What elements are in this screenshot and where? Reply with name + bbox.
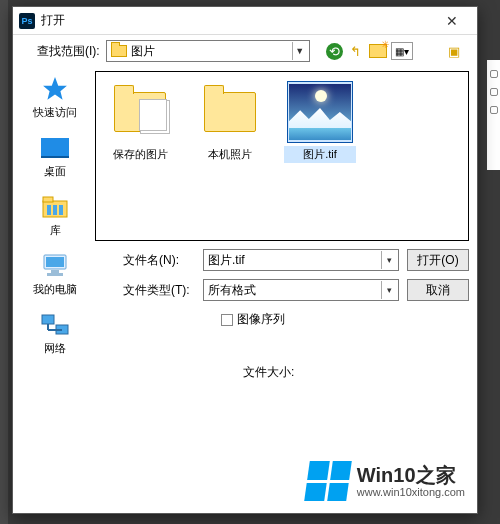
sequence-checkbox[interactable] <box>221 314 233 326</box>
filetype-label: 文件类型(T): <box>123 282 195 299</box>
thumbnail-icon[interactable]: ▣ <box>445 42 463 60</box>
watermark: Win10之家 www.win10xitong.com <box>307 461 465 501</box>
windows-logo-icon <box>304 461 352 501</box>
cancel-button[interactable]: 取消 <box>407 279 469 301</box>
file-item-label: 本机照片 <box>194 146 266 163</box>
filename-value: 图片.tif <box>208 252 377 269</box>
look-in-label: 查找范围(I): <box>37 43 100 60</box>
file-item-saved[interactable]: 保存的图片 <box>104 82 176 163</box>
sidebar-item-label: 桌面 <box>44 164 66 179</box>
sidebar-item-label: 网络 <box>44 341 66 356</box>
file-item-native[interactable]: 本机照片 <box>194 82 266 163</box>
chevron-down-icon[interactable]: ▼ <box>292 42 307 60</box>
sidebar-item-pc[interactable]: 我的电脑 <box>33 252 77 297</box>
watermark-url: www.win10xitong.com <box>357 486 465 498</box>
sidebar-item-quick[interactable]: 快速访问 <box>33 75 77 120</box>
filename-combo[interactable]: 图片.tif ▾ <box>203 249 399 271</box>
image-thumbnail <box>289 84 351 140</box>
chevron-down-icon[interactable]: ▾ <box>381 281 396 299</box>
sidebar-item-desktop[interactable]: 桌面 <box>39 134 71 179</box>
open-dialog: Ps 打开 ✕ 查找范围(I): 图片 ▼ ⟲ ↰ ▦▾ ▣ 快速访问 <box>12 6 478 514</box>
sidebar-item-label: 我的电脑 <box>33 282 77 297</box>
places-sidebar: 快速访问 桌面 库 我的电脑 网络 <box>19 67 91 513</box>
folder-icon <box>204 92 256 132</box>
sidebar-item-label: 快速访问 <box>33 105 77 120</box>
toolbar: 查找范围(I): 图片 ▼ ⟲ ↰ ▦▾ ▣ <box>13 35 477 67</box>
svg-rect-7 <box>59 205 63 215</box>
filetype-combo[interactable]: 所有格式 ▾ <box>203 279 399 301</box>
file-item-label: 保存的图片 <box>104 146 176 163</box>
svg-marker-0 <box>43 77 67 100</box>
file-list[interactable]: 保存的图片 本机照片 图片.tif <box>95 71 469 241</box>
filename-label: 文件名(N): <box>123 252 195 269</box>
up-level-icon[interactable]: ↰ <box>347 42 365 60</box>
open-button[interactable]: 打开(O) <box>407 249 469 271</box>
sidebar-item-lib[interactable]: 库 <box>39 193 71 238</box>
svg-rect-10 <box>51 270 59 273</box>
svg-rect-9 <box>46 257 64 267</box>
svg-rect-4 <box>43 197 53 202</box>
look-in-value: 图片 <box>131 43 288 60</box>
filesize-label: 文件大小: <box>243 364 469 381</box>
folder-icon <box>111 45 127 57</box>
views-menu-icon[interactable]: ▦▾ <box>391 42 413 60</box>
back-icon[interactable]: ⟲ <box>326 43 343 60</box>
close-icon[interactable]: ✕ <box>431 10 473 32</box>
filetype-value: 所有格式 <box>208 282 377 299</box>
chevron-down-icon[interactable]: ▾ <box>381 251 396 269</box>
file-item-label: 图片.tif <box>284 146 356 163</box>
file-item-tif[interactable]: 图片.tif <box>284 82 356 163</box>
svg-rect-12 <box>42 315 54 324</box>
svg-rect-6 <box>53 205 57 215</box>
sidebar-item-label: 库 <box>50 223 61 238</box>
titlebar[interactable]: Ps 打开 ✕ <box>13 7 477 35</box>
look-in-combo[interactable]: 图片 ▼ <box>106 40 310 62</box>
svg-rect-2 <box>41 156 69 158</box>
svg-rect-11 <box>47 273 63 276</box>
sidebar-item-net[interactable]: 网络 <box>39 311 71 356</box>
folder-icon <box>114 92 166 132</box>
app-icon: Ps <box>19 13 35 29</box>
svg-rect-1 <box>41 138 69 156</box>
new-folder-icon[interactable] <box>369 44 387 58</box>
sequence-label: 图像序列 <box>237 311 285 328</box>
dialog-title: 打开 <box>41 12 431 29</box>
svg-rect-5 <box>47 205 51 215</box>
watermark-title: Win10之家 <box>357 464 465 486</box>
